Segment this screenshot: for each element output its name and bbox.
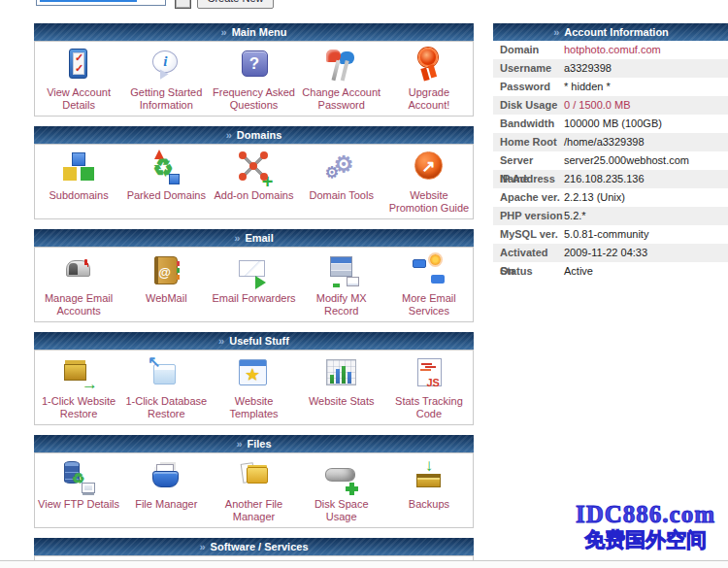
menu-item-webmail[interactable]: @WebMail (122, 251, 210, 321)
window-bottom-edge (0, 560, 728, 568)
account-row-label: MySQL ver. (493, 225, 564, 244)
account-information-panel: »Account Information Domainhotphoto.comu… (493, 23, 728, 281)
menu-item-label: Stats Tracking Code (385, 395, 473, 420)
menu-item-upgrade-account[interactable]: Upgrade Account! (385, 46, 473, 116)
menu-item-website-promotion[interactable]: ↗Website Promotion Guide (385, 149, 473, 218)
menu-item-label: View Account Details (35, 86, 122, 112)
account-row: MySQL ver.5.0.81-community (493, 225, 728, 244)
menu-item-domain-tools[interactable]: ⚙Domain Tools (298, 149, 385, 218)
section-box-useful-stuff: →1-Click Website Restore↖1-Click Databas… (34, 350, 474, 425)
section-header-email: »Email (34, 229, 474, 247)
menu-item-stats-tracking[interactable]: JSStats Tracking Code (385, 354, 473, 424)
menu-item-ftp-details[interactable]: ♻View FTP Details (35, 457, 122, 527)
menu-item-label: 1-Click Website Restore (35, 395, 122, 420)
menu-item-getting-started[interactable]: iGetting Started Information (122, 46, 210, 116)
menu-item-label: Email Forwarders (210, 292, 297, 305)
section-header-main-menu: »Main Menu (34, 23, 474, 41)
account-row-value: 100000 MB (100GB) (564, 115, 662, 133)
getting-started-icon: i (146, 47, 186, 85)
menu-item-faq[interactable]: ?Frequency Asked Questions (210, 46, 297, 116)
account-row: Bandwidth100000 MB (100GB) (493, 115, 728, 133)
account-row-value[interactable]: 0 / 1500.0 MB (564, 96, 631, 115)
menu-item-label: Modify MX Record (298, 292, 385, 317)
watermark: IDC886.com 免费国外空间 (565, 502, 726, 552)
new-account-input[interactable] (36, 0, 166, 6)
header-marker: » (553, 26, 559, 38)
section-files: »Files♻View FTP DetailsFile ManagerAnoth… (34, 435, 474, 528)
header-marker: » (236, 438, 242, 450)
account-row-label: IP Address (493, 170, 564, 188)
menu-item-change-password[interactable]: Change Account Password (298, 46, 385, 116)
menu-item-backups[interactable]: ↓Backups (385, 457, 473, 527)
account-information-header: »Account Information (493, 23, 728, 41)
disk-usage-icon (321, 458, 362, 497)
account-row-value[interactable]: hotphoto.comuf.com (564, 41, 661, 59)
watermark-slogan: 免费国外空间 (565, 527, 726, 552)
account-information-rows: Domainhotphoto.comuf.comUsernamea3329398… (493, 41, 728, 281)
menu-item-mx-record[interactable]: Modify MX Record (298, 251, 385, 321)
faq-icon: ? (234, 47, 275, 85)
account-row-label: Status (493, 262, 564, 281)
section-useful-stuff: »Useful Stuff→1-Click Website Restore↖1-… (34, 332, 474, 425)
section-email: »EmailManage Email Accounts@WebMailEmail… (34, 229, 474, 322)
menu-item-label: Website Promotion Guide (385, 189, 473, 215)
menu-item-disk-usage[interactable]: Disk Space Usage (298, 457, 385, 527)
section-title: Main Menu (232, 26, 287, 38)
database-restore-glyph: ↖ (148, 352, 160, 371)
go-button[interactable] (175, 0, 191, 9)
menu-item-label: Getting Started Information (122, 86, 210, 112)
account-row: Activated On2009-11-22 04:33 (493, 244, 728, 262)
menu-item-label: Another File Manager (210, 498, 297, 523)
webmail-icon: @ (146, 252, 186, 291)
section-box-files: ♻View FTP DetailsFile ManagerAnother Fil… (34, 452, 474, 528)
menu-item-label: Add-on Domains (210, 189, 297, 202)
account-row-value: 216.108.235.136 (564, 170, 645, 188)
webmail-glyph: @ (158, 265, 171, 280)
account-row-value: 5.0.81-community (564, 225, 648, 244)
menu-item-website-stats[interactable]: Website Stats (298, 354, 385, 424)
menu-item-another-fm[interactable]: Another File Manager (210, 457, 297, 527)
menu-item-label: Disk Space Usage (298, 498, 385, 523)
menu-item-label: WebMail (122, 292, 210, 305)
account-row-value: 5.2.* (564, 207, 586, 225)
parked-domains-icon: ♻ (146, 150, 186, 188)
account-row-label: Activated On (493, 244, 564, 262)
menu-item-account-details[interactable]: ✓✓View Account Details (35, 46, 122, 116)
website-promotion-icon: ↗ (409, 150, 449, 188)
account-row: IP Address216.108.235.136 (493, 170, 728, 188)
menu-item-label: Subdomains (35, 189, 122, 202)
account-row-label: Home Root (493, 133, 564, 151)
account-row-label: Disk Usage (493, 96, 564, 115)
more-email-icon (409, 252, 449, 291)
menu-item-manage-email[interactable]: Manage Email Accounts (35, 251, 122, 321)
account-row-label: Username (493, 59, 564, 78)
menu-item-label: Website Templates (210, 395, 297, 420)
create-new-button[interactable]: Create New (197, 0, 274, 9)
section-header-files: »Files (34, 435, 474, 452)
header-marker: » (218, 335, 224, 347)
menu-item-email-forwarders[interactable]: Email Forwarders (210, 251, 297, 321)
section-domains: »DomainsSubdomains♻Parked Domains+Add-on… (34, 126, 474, 219)
account-row: Usernamea3329398 (493, 59, 728, 78)
menu-item-addon-domains[interactable]: +Add-on Domains (210, 149, 297, 218)
change-password-icon (321, 47, 362, 85)
account-row-label: PHP version (493, 207, 564, 225)
menu-item-label: File Manager (122, 498, 210, 511)
section-title: Domains (237, 129, 281, 141)
menu-item-more-email[interactable]: More Email Services (385, 251, 473, 321)
backups-glyph: ↓ (409, 456, 449, 476)
menu-item-subdomains[interactable]: Subdomains (35, 149, 122, 218)
menu-item-parked-domains[interactable]: ♻Parked Domains (122, 149, 210, 218)
section-title: Software / Services (211, 541, 309, 552)
menu-item-file-manager[interactable]: File Manager (122, 457, 210, 527)
website-promotion-glyph: ↗ (414, 156, 443, 177)
section-header-software-services: »Software / Services (34, 538, 474, 555)
website-restore-icon: → (58, 355, 99, 394)
menu-item-website-restore[interactable]: →1-Click Website Restore (35, 354, 122, 424)
cpanel-page: Create New »Main Menu✓✓View Account Deta… (0, 0, 728, 568)
file-manager-icon (146, 458, 186, 497)
section-main-menu: »Main Menu✓✓View Account DetailsiGetting… (34, 23, 474, 117)
menu-item-website-templates[interactable]: ★Website Templates (210, 354, 297, 424)
menu-item-database-restore[interactable]: ↖1-Click Database Restore (122, 354, 210, 424)
account-details-icon: ✓✓ (58, 47, 99, 85)
